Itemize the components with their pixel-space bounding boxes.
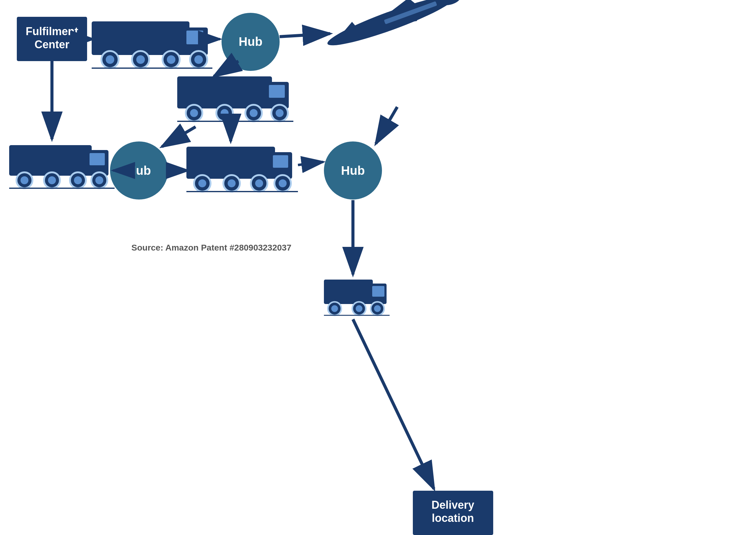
svg-line-82: [376, 107, 397, 144]
svg-rect-34: [87, 150, 108, 176]
svg-point-60: [328, 302, 341, 315]
svg-point-53: [255, 179, 263, 187]
svg-rect-11: [186, 31, 203, 44]
svg-point-54: [274, 175, 291, 192]
truck4-icon: [186, 147, 298, 192]
svg-point-62: [352, 302, 366, 315]
svg-rect-21: [177, 76, 272, 108]
svg-point-31: [276, 109, 284, 117]
svg-point-49: [198, 179, 206, 187]
svg-point-14: [132, 51, 149, 68]
svg-rect-33: [9, 145, 92, 176]
svg-line-84: [353, 319, 434, 489]
svg-point-19: [194, 55, 203, 64]
truck2-icon: [177, 76, 294, 121]
svg-point-50: [223, 175, 240, 192]
svg-rect-58: [370, 284, 386, 304]
svg-point-16: [163, 51, 180, 68]
svg-point-63: [356, 305, 362, 312]
svg-point-37: [20, 176, 28, 184]
hub2-circle: [110, 141, 168, 200]
fulfilment-center-box: [17, 17, 87, 61]
diagram-container: Fulfilment Center Hub Hub Hub Delivery l…: [0, 0, 756, 535]
svg-text:Hub: Hub: [127, 164, 151, 177]
svg-line-76: [162, 127, 196, 147]
delivery-location-box: [413, 491, 493, 535]
svg-point-26: [216, 105, 233, 121]
airplane-icon: [322, 0, 464, 52]
svg-line-75: [214, 61, 238, 76]
svg-point-30: [271, 105, 288, 121]
svg-point-67: [324, 0, 457, 52]
svg-point-28: [245, 105, 262, 121]
svg-text:location: location: [432, 512, 474, 524]
svg-point-12: [101, 51, 119, 68]
svg-point-29: [250, 109, 258, 117]
svg-text:Fulfilment: Fulfilment: [26, 25, 78, 38]
svg-point-40: [70, 172, 86, 188]
svg-rect-10: [183, 27, 208, 55]
svg-point-61: [331, 305, 338, 312]
svg-point-65: [374, 305, 381, 312]
svg-line-80: [298, 162, 323, 165]
svg-text:Delivery: Delivery: [432, 499, 474, 511]
hub1-circle: [222, 13, 280, 71]
svg-marker-70: [332, 20, 362, 45]
svg-point-18: [190, 51, 207, 68]
svg-marker-69: [362, 0, 425, 38]
svg-point-36: [16, 172, 32, 188]
truck3-icon: [9, 145, 115, 188]
svg-point-25: [190, 109, 198, 117]
svg-text:Hub: Hub: [341, 164, 365, 177]
svg-rect-35: [90, 153, 105, 165]
svg-rect-47: [273, 155, 288, 168]
svg-point-48: [194, 175, 210, 192]
svg-point-13: [106, 55, 114, 64]
svg-point-17: [167, 55, 175, 64]
svg-rect-59: [372, 286, 384, 297]
svg-point-52: [251, 175, 267, 192]
svg-point-42: [91, 172, 107, 188]
hub3-circle: [324, 141, 382, 200]
truck1-icon: [92, 21, 212, 68]
svg-point-64: [371, 302, 384, 315]
source-text: Source: Amazon Patent #280903232037: [131, 243, 291, 252]
svg-point-24: [186, 105, 202, 121]
svg-point-38: [44, 172, 60, 188]
svg-rect-45: [186, 147, 275, 179]
svg-rect-71: [384, 1, 437, 24]
svg-point-39: [48, 176, 56, 184]
svg-rect-23: [269, 85, 285, 98]
svg-point-27: [221, 109, 229, 117]
svg-text:Center: Center: [35, 38, 70, 51]
svg-point-68: [439, 0, 463, 8]
svg-rect-22: [266, 82, 289, 108]
svg-point-55: [279, 179, 287, 187]
svg-point-43: [95, 176, 103, 184]
svg-line-78: [280, 34, 330, 37]
small-truck-icon: [324, 280, 390, 315]
svg-rect-46: [270, 152, 292, 179]
svg-text:Hub: Hub: [238, 35, 263, 48]
svg-point-15: [136, 55, 145, 64]
svg-rect-57: [324, 280, 373, 304]
svg-point-51: [228, 179, 236, 187]
svg-point-41: [74, 176, 82, 184]
svg-rect-9: [92, 21, 189, 55]
